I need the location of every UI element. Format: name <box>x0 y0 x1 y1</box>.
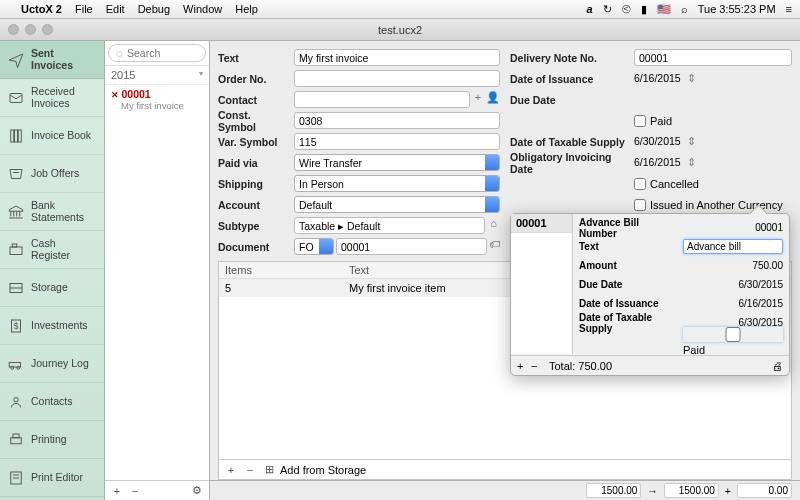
sidebar-item-job-offers[interactable]: Job Offers <box>0 155 104 193</box>
sidebar-item-invoice-book[interactable]: Invoice Book <box>0 117 104 155</box>
menu-window[interactable]: Window <box>183 3 222 15</box>
svg-point-15 <box>14 397 19 402</box>
stamp-icon[interactable]: ⌂ <box>487 217 500 234</box>
add-from-storage-button[interactable]: Add from Storage <box>280 464 366 476</box>
subtype-field[interactable] <box>294 217 485 234</box>
paidvia-select[interactable]: Wire Transfer <box>294 154 500 171</box>
item-add-button[interactable]: + <box>223 464 239 476</box>
taxsup-date[interactable]: 6/30/2015 <box>634 135 683 148</box>
tag-icon[interactable]: 🏷 <box>489 238 500 255</box>
sidebar-item-sent-invoices[interactable]: Sent Invoices <box>0 41 104 79</box>
sidebar: Sent Invoices Received Invoices Invoice … <box>0 41 105 500</box>
year-header[interactable]: 2015▾ <box>105 66 209 85</box>
item-remove-button[interactable]: − <box>242 464 258 476</box>
adv-remove-button[interactable]: − <box>531 360 545 372</box>
a-icon[interactable]: a <box>587 3 593 15</box>
var-label: Var. Symbol <box>218 136 290 148</box>
text-label: Text <box>218 52 290 64</box>
acct-select[interactable]: Default <box>294 196 500 213</box>
deliv-field[interactable] <box>634 49 792 66</box>
add-contact-icon[interactable]: + <box>472 91 484 108</box>
total2-field[interactable] <box>664 483 719 498</box>
acct-label: Account <box>218 199 290 211</box>
order-field[interactable] <box>294 70 500 87</box>
search-icon <box>115 50 125 60</box>
items-col-items[interactable]: Items <box>219 264 349 276</box>
issue-label: Date of Issuance <box>510 73 630 85</box>
stepper-icon[interactable]: ⇕ <box>685 156 699 169</box>
sidebar-item-cash-register[interactable]: Cash Register <box>0 231 104 269</box>
svg-rect-17 <box>13 434 19 438</box>
issue-date[interactable]: 6/16/2015 <box>634 72 683 85</box>
deliv-label: Delivery Note No. <box>510 52 630 64</box>
stepper-icon[interactable]: ⇕ <box>685 135 699 148</box>
oblig-date[interactable]: 6/16/2015 <box>634 156 683 169</box>
flag-icon[interactable]: 🇺🇸 <box>657 3 671 16</box>
svg-point-19 <box>117 52 122 57</box>
adv-iss-val[interactable]: 6/16/2015 <box>683 298 783 309</box>
adv-no-label: Advance Bill Number <box>579 217 679 239</box>
sidebar-item-storage[interactable]: Storage <box>0 269 104 307</box>
text-field[interactable] <box>294 49 500 66</box>
menu-debug[interactable]: Debug <box>138 3 170 15</box>
menubar: UctoX 2 File Edit Debug Window Help a ↻ … <box>0 0 800 19</box>
sync-icon[interactable]: ↻ <box>603 3 612 16</box>
menu-file[interactable]: File <box>75 3 93 15</box>
doc-type-select[interactable]: FO <box>294 238 334 255</box>
document-label: Document <box>218 241 290 253</box>
sidebar-item-investments[interactable]: $Investments <box>0 307 104 345</box>
print-icon[interactable]: 🖨 <box>772 360 783 372</box>
taxsup-label: Date of Taxable Supply <box>510 136 630 148</box>
svg-rect-7 <box>10 247 22 255</box>
order-label: Order No. <box>218 73 290 85</box>
cancelled-checkbox[interactable]: Cancelled <box>634 178 699 190</box>
adv-due-val[interactable]: 6/30/2015 <box>683 279 783 290</box>
svg-rect-6 <box>18 130 21 142</box>
due-label: Due Date <box>510 94 630 106</box>
traffic-lights[interactable] <box>8 24 53 35</box>
adv-due-label: Due Date <box>579 279 679 290</box>
adv-paid-checkbox[interactable]: Paid <box>683 332 783 356</box>
sidebar-item-print-editor[interactable]: Print Editor <box>0 459 104 497</box>
notif-icon[interactable]: ≡ <box>786 3 792 15</box>
svg-point-14 <box>17 366 20 369</box>
svg-rect-4 <box>11 130 14 142</box>
total3-field[interactable] <box>737 483 792 498</box>
wifi-icon[interactable]: ⧀ <box>622 3 631 16</box>
sidebar-item-journey-log[interactable]: Journey Log <box>0 345 104 383</box>
advance-list[interactable]: 00001 <box>511 214 573 354</box>
total1-field[interactable] <box>586 483 641 498</box>
sidebar-item-contacts[interactable]: Contacts <box>0 383 104 421</box>
adv-tax-label: Date of Taxable Supply <box>579 312 679 334</box>
grid-icon[interactable]: ⊞ <box>261 463 277 476</box>
sidebar-item-received-invoices[interactable]: Received Invoices <box>0 79 104 117</box>
remove-button[interactable]: − <box>127 485 143 497</box>
clock[interactable]: Tue 3:55:23 PM <box>698 3 776 15</box>
add-button[interactable]: + <box>109 485 125 497</box>
ship-select[interactable]: In Person <box>294 175 500 192</box>
var-field[interactable] <box>294 133 500 150</box>
sidebar-item-bank-statements[interactable]: Bank Statements <box>0 193 104 231</box>
contact-field[interactable] <box>294 91 470 108</box>
adv-text-field[interactable] <box>683 239 783 254</box>
app-menu[interactable]: UctoX 2 <box>21 3 62 15</box>
sidebar-item-printing[interactable]: Printing <box>0 421 104 459</box>
const-field[interactable] <box>294 112 500 129</box>
adv-amt-val: 750.00 <box>683 260 783 271</box>
adv-add-button[interactable]: + <box>517 360 531 372</box>
invoice-list-item[interactable]: 00001 My first invoice <box>105 85 209 114</box>
spotlight-icon[interactable]: ⌕ <box>681 3 688 15</box>
adv-iss-label: Date of Issuance <box>579 298 679 309</box>
contact-icon[interactable]: 👤 <box>486 91 500 108</box>
gear-icon[interactable]: ⚙ <box>189 484 205 497</box>
subtype-label: Subtype <box>218 220 290 232</box>
menu-edit[interactable]: Edit <box>106 3 125 15</box>
doc-number-field[interactable] <box>336 238 487 255</box>
list-footer: + − ⚙ <box>105 480 209 500</box>
ship-label: Shipping <box>218 178 290 190</box>
menu-help[interactable]: Help <box>235 3 258 15</box>
battery-icon[interactable]: ▮ <box>641 3 647 16</box>
stepper-icon[interactable]: ⇕ <box>685 72 699 85</box>
paid-checkbox[interactable]: Paid <box>634 115 672 127</box>
form-panel: Text Order No. Contact+👤 Const. Symbol V… <box>210 41 800 500</box>
